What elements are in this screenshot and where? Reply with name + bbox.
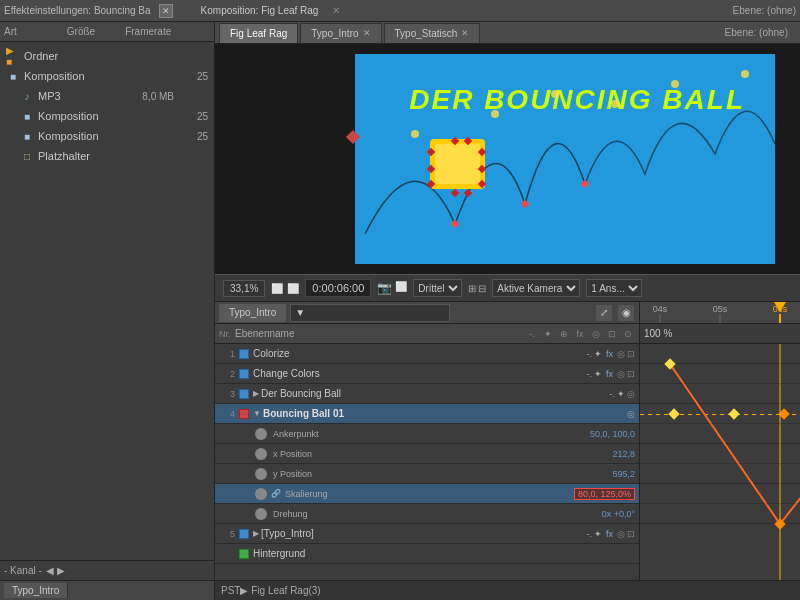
layer-row[interactable]: 2 Change Colors -. ✦ fx ◎ ⊡ (215, 364, 639, 384)
preview-area: DER BOUNCING BALL (215, 44, 800, 274)
close-btn[interactable]: ✕ (159, 4, 173, 18)
switch[interactable]: ◎ (627, 409, 635, 419)
item-name: Ordner (24, 50, 120, 62)
tab-close-icon[interactable]: ✕ (461, 28, 469, 38)
layer-color-swatch (239, 409, 249, 419)
prop-row[interactable]: y Position 595,2 (215, 464, 639, 484)
channel-row: - Kanal - ◀ ▶ (0, 560, 214, 580)
zoom-display[interactable]: 33,1% (223, 280, 265, 297)
tab-typo-intro[interactable]: Typo_Intro ✕ (300, 23, 381, 43)
item-name: Komposition (38, 110, 120, 122)
prop-name: Ankerpunkt (273, 429, 588, 439)
play-ctrl-icon[interactable]: ⬜ (395, 281, 407, 295)
search-input[interactable] (295, 307, 415, 318)
track-row (640, 344, 800, 364)
switch[interactable]: ⊡ (627, 349, 635, 359)
svg-point-5 (551, 90, 559, 98)
tool-btn-2[interactable]: ◉ (617, 304, 635, 322)
tab-typo-intro[interactable]: Typo_Intro (4, 583, 68, 598)
switch[interactable]: -. (586, 349, 592, 359)
layer-vis[interactable] (237, 387, 251, 401)
prop-name: x Position (273, 449, 610, 459)
switch[interactable]: ✦ (594, 529, 602, 539)
expand-arrow[interactable]: ▼ (253, 409, 261, 418)
list-item[interactable]: ▶ ■ Ordner (0, 46, 214, 66)
ruler-header: 04s 05s 06s 07s 08s (640, 302, 800, 323)
grid-icon[interactable]: ⊞ (468, 283, 476, 294)
grid-icon-2[interactable]: ⊟ (478, 283, 486, 294)
pct-label: 100 % (644, 328, 672, 339)
switch[interactable]: ✦ (617, 389, 625, 399)
switch[interactable]: ⊡ (627, 369, 635, 379)
views-select[interactable]: 1 Ans... 2 Ans... 4 Ans... (586, 279, 642, 297)
prop-row[interactable]: Ankerpunkt 50,0, 100,0 (215, 424, 639, 444)
layer-row[interactable]: 3 ▶ Der Bouncing Ball -. ✦ ◎ (215, 384, 639, 404)
expand-arrow[interactable]: ▶ (253, 529, 259, 538)
view-mode-select[interactable]: Drittel Voll Halb (413, 279, 462, 297)
stopwatch-icon[interactable] (255, 488, 267, 500)
layer-color-swatch (239, 349, 249, 359)
status-text: PST▶ Fig Leaf Rag(3) (221, 585, 321, 596)
switch[interactable]: -. (610, 389, 616, 399)
switch-col: -. (525, 329, 539, 339)
tab-typo-statisch[interactable]: Typo_Statisch ✕ (384, 23, 481, 43)
fx-btn[interactable]: fx (604, 529, 615, 539)
channel-arrow[interactable]: ◀ ▶ (46, 565, 65, 576)
switch[interactable]: -. (586, 369, 592, 379)
stopwatch-icon[interactable] (255, 508, 267, 520)
stopwatch-icon[interactable] (255, 468, 267, 480)
fx-btn[interactable]: fx (604, 369, 615, 379)
list-item[interactable]: ■ Komposition 25 (0, 106, 214, 126)
layer-vis[interactable] (237, 547, 251, 561)
keyframe[interactable] (668, 408, 679, 419)
switch[interactable]: ✦ (594, 349, 602, 359)
switch[interactable]: ⊡ (627, 529, 635, 539)
tab-close-icon[interactable]: ✕ (363, 28, 371, 38)
nr-header: Nr. (219, 329, 235, 339)
layer-row[interactable]: 1 Colorize -. ✦ fx ◎ ⊡ (215, 344, 639, 364)
layer-row[interactable]: 4 ▼ Bouncing Ball 01 ◎ (215, 404, 639, 424)
tool-btn-1[interactable]: ⤢ (595, 304, 613, 322)
grid-icons: ⊞ ⊟ (468, 283, 486, 294)
col-groesse: Größe (67, 26, 95, 37)
close-icon[interactable]: ✕ (332, 5, 340, 16)
layer-row[interactable]: 5 ▶ [Typo_Intro] -. ✦ fx ◎ ⊡ (215, 524, 639, 544)
prop-row[interactable]: Drehung 0x +0,0° (215, 504, 639, 524)
search-box[interactable] (290, 304, 450, 322)
switch[interactable]: ◎ (617, 369, 625, 379)
list-item[interactable]: □ Platzhalter (0, 146, 214, 166)
camera-select[interactable]: Aktive Kamera (492, 279, 580, 297)
keyframe-selected[interactable] (778, 408, 789, 419)
switch[interactable]: ◎ (627, 389, 635, 399)
expand-arrow[interactable]: ▶ (253, 389, 259, 398)
tab-typo-intro[interactable]: Typo_Intro (219, 304, 286, 322)
layer-vis[interactable] (237, 527, 251, 541)
prop-name: y Position (273, 469, 610, 479)
prop-name: Drehung (273, 509, 600, 519)
layer-vis[interactable] (237, 367, 251, 381)
list-item[interactable]: ■ Komposition 25 (0, 126, 214, 146)
ctrl-btn-1[interactable]: ⬜ (271, 283, 283, 294)
list-item[interactable]: ♪ MP3 8,0 MB (0, 86, 214, 106)
prop-row[interactable]: x Position 212,8 (215, 444, 639, 464)
layer-row[interactable]: Hintergrund (215, 544, 639, 564)
switch[interactable]: -. (586, 529, 592, 539)
preview-canvas: DER BOUNCING BALL (355, 54, 775, 264)
switch[interactable]: ✦ (594, 369, 602, 379)
tab-fig-leaf-rag[interactable]: Fig Leaf Rag (219, 23, 298, 43)
switch[interactable]: ◎ (617, 529, 625, 539)
item-fps: 25 (178, 111, 208, 122)
layer-vis[interactable] (237, 407, 251, 421)
list-item[interactable]: ■ Komposition 25 (0, 66, 214, 86)
camera-snap-icon[interactable]: 📷 (377, 281, 392, 295)
fx-btn[interactable]: fx (604, 349, 615, 359)
svg-rect-1 (521, 200, 529, 208)
layer-vis[interactable] (237, 347, 251, 361)
stopwatch-icon[interactable] (255, 428, 267, 440)
ctrl-btn-2[interactable]: ⬜ (287, 283, 299, 294)
prop-row-skalierung[interactable]: 🔗 Skalierung 80,0, 125,0% (215, 484, 639, 504)
layer-color-swatch (239, 389, 249, 399)
keyframe[interactable] (728, 408, 739, 419)
stopwatch-icon[interactable] (255, 448, 267, 460)
switch[interactable]: ◎ (617, 349, 625, 359)
